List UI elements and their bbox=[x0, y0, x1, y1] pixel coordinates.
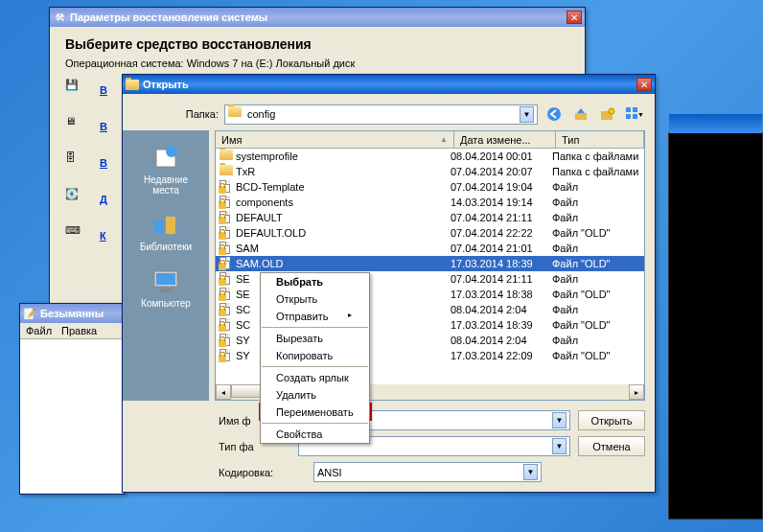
context-menu: ВыбратьОткрытьОтправить▸ВырезатьКопирова… bbox=[260, 272, 370, 444]
notepad-icon: 📝 bbox=[23, 307, 36, 320]
open-title: Открыть bbox=[143, 79, 636, 90]
option-link[interactable]: В bbox=[100, 121, 107, 132]
file-row[interactable]: SAM.OLD17.03.2014 18:39Файл "OLD" bbox=[216, 256, 644, 271]
context-menu-item[interactable]: Переименовать bbox=[261, 404, 369, 421]
context-menu-item[interactable]: Создать ярлык bbox=[261, 369, 369, 386]
file-row[interactable]: components14.03.2014 19:14Файл bbox=[216, 195, 644, 210]
file-icon bbox=[220, 288, 233, 301]
context-menu-item[interactable]: Удалить bbox=[261, 386, 369, 404]
option-icon: 💾 bbox=[65, 79, 92, 102]
col-date[interactable]: Дата измене... bbox=[454, 131, 556, 148]
chevron-down-icon[interactable]: ▼ bbox=[523, 464, 538, 480]
notepad-canvas[interactable] bbox=[20, 339, 124, 493]
file-type: Файл bbox=[552, 304, 640, 315]
file-type: Папка с файлами bbox=[552, 150, 640, 162]
place-label: Недавние места bbox=[130, 174, 201, 196]
open-button[interactable]: Открыть bbox=[578, 410, 645, 430]
folder-combo[interactable]: config ▼ bbox=[224, 104, 538, 125]
scroll-right-icon[interactable]: ▸ bbox=[629, 384, 644, 400]
cancel-button[interactable]: Отмена bbox=[578, 436, 645, 456]
context-menu-item[interactable]: Копировать bbox=[261, 347, 369, 364]
col-type[interactable]: Тип bbox=[556, 131, 644, 148]
notepad-titlebar[interactable]: 📝 Безымянны bbox=[20, 304, 124, 323]
file-type: Файл bbox=[552, 197, 640, 208]
svg-rect-11 bbox=[166, 217, 175, 234]
chevron-down-icon[interactable]: ▼ bbox=[552, 412, 566, 428]
file-date: 07.04.2014 20:07 bbox=[451, 166, 552, 177]
folder-name: config bbox=[247, 108, 275, 120]
notepad-window: 📝 Безымянны ФайлПравка bbox=[19, 303, 125, 495]
file-row[interactable]: TxR07.04.2014 20:07Папка с файлами bbox=[216, 164, 644, 179]
context-menu-item[interactable]: Вырезать bbox=[261, 330, 369, 347]
file-row[interactable]: DEFAULT.OLD07.04.2014 22:22Файл "OLD" bbox=[216, 225, 644, 241]
context-menu-item[interactable]: Отправить▸ bbox=[261, 308, 369, 325]
chevron-down-icon[interactable]: ▼ bbox=[520, 106, 534, 123]
svg-point-9 bbox=[166, 146, 177, 157]
back-button[interactable] bbox=[543, 104, 565, 125]
file-type: Файл bbox=[552, 181, 640, 193]
file-row[interactable]: systemprofile08.04.2014 00:01Папка с фай… bbox=[216, 149, 644, 164]
open-titlebar[interactable]: Открыть ✕ bbox=[123, 75, 655, 94]
file-type: Файл "OLD" bbox=[552, 350, 640, 361]
file-date: 14.03.2014 19:14 bbox=[451, 197, 552, 208]
file-row[interactable]: DEFAULT07.04.2014 21:11Файл bbox=[216, 210, 644, 225]
folder-icon bbox=[220, 165, 233, 178]
file-date: 17.03.2014 18:39 bbox=[451, 258, 552, 269]
recovery-heading: Выберите средство восстановления bbox=[65, 36, 569, 52]
notepad-title: Безымянны bbox=[40, 308, 121, 319]
places-bar: Недавние местаБиблиотекиКомпьютер bbox=[123, 130, 209, 401]
option-link[interactable]: К bbox=[100, 230, 106, 242]
background-black-window bbox=[668, 132, 763, 520]
folder-label: Папка: bbox=[178, 108, 219, 120]
svg-rect-14 bbox=[160, 289, 172, 292]
option-link[interactable]: Д bbox=[100, 194, 107, 205]
place-label: Библиотеки bbox=[140, 242, 192, 252]
file-date: 08.04.2014 00:01 bbox=[451, 150, 552, 162]
file-date: 17.03.2014 22:09 bbox=[451, 350, 552, 361]
place-label: Компьютер bbox=[141, 298, 191, 309]
views-button[interactable]: ▼ bbox=[624, 104, 645, 125]
file-date: 07.04.2014 21:11 bbox=[451, 273, 552, 285]
place-item[interactable]: Компьютер bbox=[127, 262, 205, 312]
svg-rect-13 bbox=[156, 273, 175, 285]
file-name: SAM bbox=[236, 243, 451, 254]
encoding-field[interactable]: ANSI▼ bbox=[313, 462, 542, 482]
recovery-sub: Операционная система: Windows 7 на (E:) … bbox=[65, 58, 569, 69]
file-date: 07.04.2014 19:04 bbox=[451, 181, 552, 193]
file-name: BCD-Template bbox=[236, 181, 451, 193]
recovery-titlebar[interactable]: 🛠 Параметры восстановления системы ✕ bbox=[50, 8, 585, 27]
place-item[interactable]: Библиотеки bbox=[127, 205, 205, 256]
menu-item[interactable]: Файл bbox=[26, 325, 52, 336]
up-button[interactable] bbox=[570, 104, 591, 125]
file-date: 08.04.2014 2:04 bbox=[451, 304, 552, 315]
place-item[interactable]: Недавние места bbox=[127, 138, 205, 199]
chevron-down-icon[interactable]: ▼ bbox=[552, 438, 566, 454]
context-menu-item[interactable]: Открыть bbox=[261, 290, 369, 308]
file-name: DEFAULT bbox=[236, 212, 451, 223]
context-menu-item[interactable]: Свойства bbox=[261, 426, 369, 443]
close-icon[interactable]: ✕ bbox=[566, 11, 582, 24]
file-icon bbox=[220, 242, 233, 255]
file-row[interactable]: BCD-Template07.04.2014 19:04Файл bbox=[216, 179, 644, 195]
place-icon bbox=[150, 266, 181, 296]
file-type: Файл "OLD" bbox=[552, 289, 640, 300]
file-icon bbox=[220, 334, 233, 347]
svg-rect-1 bbox=[575, 113, 587, 120]
file-name: DEFAULT.OLD bbox=[236, 227, 451, 239]
file-type: Файл bbox=[552, 243, 640, 254]
new-folder-button[interactable] bbox=[597, 104, 618, 125]
col-name[interactable]: Имя▲ bbox=[216, 131, 454, 148]
option-link[interactable]: В bbox=[100, 84, 107, 96]
menu-item[interactable]: Правка bbox=[61, 325, 97, 336]
separator bbox=[262, 423, 368, 424]
scroll-left-icon[interactable]: ◂ bbox=[216, 384, 231, 400]
column-headers: Имя▲ Дата измене... Тип bbox=[216, 131, 644, 149]
file-row[interactable]: SAM07.04.2014 21:01Файл bbox=[216, 241, 644, 256]
context-menu-item[interactable]: Выбрать bbox=[261, 273, 369, 290]
file-type: Файл bbox=[552, 212, 640, 223]
svg-rect-4 bbox=[626, 107, 631, 112]
file-date: 07.04.2014 21:01 bbox=[451, 243, 552, 254]
close-icon[interactable]: ✕ bbox=[636, 78, 652, 91]
file-type: Файл bbox=[552, 335, 640, 346]
option-link[interactable]: В bbox=[100, 157, 107, 169]
